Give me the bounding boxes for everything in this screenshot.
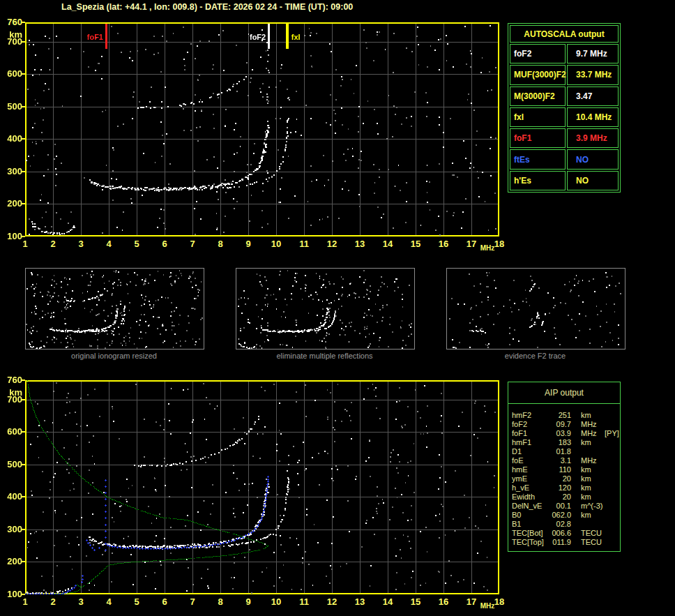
param-label: Ewidth [512, 493, 549, 502]
param-label: ftEs [510, 149, 566, 169]
table-row: hmF1183km [512, 438, 620, 447]
x-axis-unit-label: MHz [477, 601, 498, 611]
aip-output-table: AIP output hmF2251km foF209.7MHz foF103.… [508, 382, 621, 552]
param-note [605, 511, 620, 520]
y-tick-label: 400 [0, 134, 22, 144]
x-tick-label: 6 [156, 597, 173, 607]
y-axis-unit-label: km [0, 388, 22, 398]
marker-label-foF2: foF2 [250, 33, 266, 41]
y-tick-mark [22, 171, 25, 172]
y-tick-mark [22, 138, 25, 140]
param-note [605, 538, 620, 547]
thumbnail-caption: original ionogram resized [24, 352, 204, 360]
x-tick-label: 1 [17, 239, 33, 249]
table-row: B102.8 [512, 520, 620, 529]
param-label: TEC[Top] [512, 538, 549, 547]
x-tick-label: 3 [73, 239, 89, 249]
y-tick-label: 760 [0, 375, 22, 385]
autoscala-window: La_Spezia (lat: +44.1 , lon: 009.8) - DA… [0, 0, 675, 616]
param-value: 33.7 MHz [567, 65, 619, 84]
x-tick-label: 1 [17, 597, 33, 607]
param-unit: MHz [581, 456, 605, 465]
param-value: 006.6 [549, 529, 571, 538]
param-value: 20 [549, 493, 571, 502]
param-note [605, 420, 620, 429]
x-tick-label: 8 [212, 597, 229, 607]
y-tick-label: 200 [0, 557, 22, 566]
table-row: h'EsNO [510, 171, 619, 190]
param-label: hmF1 [512, 438, 549, 447]
param-note [605, 529, 620, 538]
marker-label-fxI: fxI [291, 33, 301, 41]
x-tick-label: 5 [128, 239, 145, 249]
x-tick-label: 10 [268, 597, 285, 607]
y-tick-label: 600 [0, 69, 22, 79]
param-unit: km [581, 465, 605, 474]
param-label: foF2 [512, 420, 549, 429]
table-row: foF29.7 MHz [510, 44, 619, 63]
x-tick-label: 2 [45, 239, 61, 249]
y-tick-mark [22, 236, 25, 237]
param-value: NO [567, 149, 619, 169]
x-tick-label: 14 [379, 239, 396, 249]
thumbnail-original-ionogram [25, 268, 204, 350]
param-label: MUF(3000)F2 [510, 65, 566, 84]
x-tick-label: 13 [351, 597, 368, 607]
param-label: D1 [512, 447, 549, 456]
param-note [605, 411, 620, 420]
param-unit: MHz [581, 429, 605, 438]
param-note [605, 520, 620, 529]
thumbnail-eliminate-reflections [236, 268, 415, 350]
param-note [605, 502, 620, 511]
param-value: 01.8 [549, 447, 571, 456]
y-tick-mark [22, 496, 25, 497]
param-label: B0 [512, 511, 549, 520]
param-value: 03.9 [549, 429, 571, 438]
table-row: hmE110km [512, 465, 620, 474]
thumbnail-evidence-f2-trace [446, 268, 625, 350]
y-tick-mark [22, 73, 25, 75]
y-tick-label: 500 [0, 460, 22, 469]
y-tick-label: 200 [0, 199, 22, 209]
y-tick-label: 500 [0, 102, 22, 112]
x-tick-label: 9 [240, 597, 257, 607]
param-value: 120 [549, 483, 571, 493]
param-unit [581, 520, 605, 529]
aip-ionogram-plot [25, 380, 499, 594]
x-tick-label: 15 [407, 597, 424, 607]
y-tick-mark [22, 22, 25, 23]
param-label: hmE [512, 465, 549, 474]
x-tick-label: 5 [128, 597, 145, 607]
param-label: fxI [510, 107, 566, 127]
table-row: h_vE120km [512, 483, 620, 493]
y-tick-label: 300 [0, 167, 22, 176]
x-tick-label: 16 [435, 597, 452, 607]
param-unit: TECU [581, 538, 605, 547]
aip-table-rows: hmF2251km foF209.7MHz foF103.9MHz[PY] hm… [508, 404, 620, 547]
x-tick-label: 16 [435, 239, 452, 249]
param-value: 3.9 MHz [567, 128, 619, 148]
param-label: B1 [512, 520, 549, 529]
param-value: 251 [549, 411, 571, 420]
x-tick-label: 2 [45, 597, 61, 607]
param-value: NO [567, 171, 619, 190]
y-tick-mark [22, 529, 25, 530]
param-value: 09.7 [549, 420, 571, 429]
param-label: h'Es [510, 171, 566, 190]
table-row: Ewidth20km [512, 493, 620, 502]
x-tick-label: 11 [296, 239, 312, 249]
x-tick-label: 3 [73, 597, 89, 607]
param-label: foE [512, 456, 549, 465]
table-row: foF13.9 MHz [510, 128, 619, 148]
x-axis-unit-label: MHz [477, 243, 498, 253]
autoscala-output-table: AUTOSCALA output foF29.7 MHz MUF(3000)F2… [508, 23, 621, 193]
param-note [605, 483, 620, 493]
thumbnail-caption: eliminate multiple reflections [235, 352, 414, 360]
thumbnail-caption: evidence F2 trace [446, 352, 625, 360]
param-value: 00.1 [549, 502, 571, 511]
param-unit: km [581, 474, 605, 483]
y-axis-unit-label: km [0, 30, 22, 40]
param-value: 3.47 [567, 87, 619, 106]
table-row: TEC[Top]011.9TECU [512, 538, 620, 547]
param-label: foF1 [510, 128, 566, 148]
